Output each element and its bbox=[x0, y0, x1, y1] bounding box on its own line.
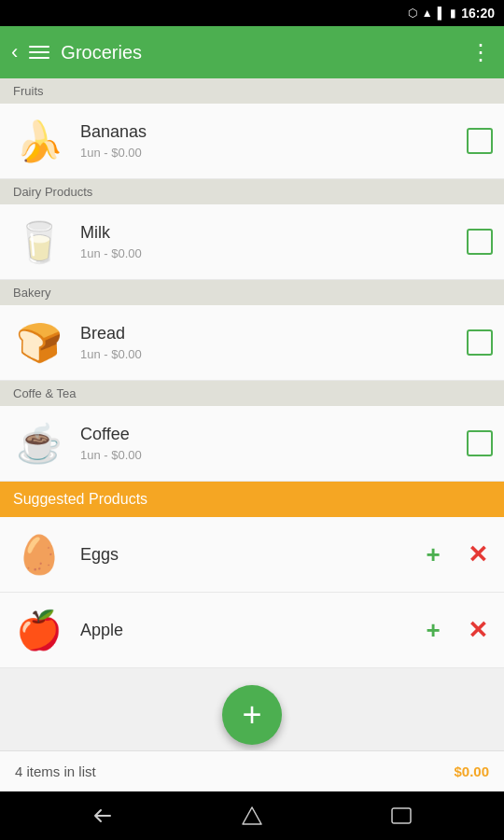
section-header-dairy: Dairy Products bbox=[0, 179, 504, 204]
nav-bar bbox=[0, 791, 504, 840]
item-qty-coffee: 1un - $0.00 bbox=[80, 448, 467, 462]
back-button[interactable]: ‹ bbox=[11, 40, 18, 64]
fab-container: + bbox=[0, 668, 504, 750]
add-apple-button[interactable]: + bbox=[418, 615, 448, 645]
nav-home-button[interactable] bbox=[241, 805, 263, 827]
suggested-header: Suggested Products bbox=[0, 482, 504, 517]
plus-icon: + bbox=[242, 698, 261, 732]
remove-eggs-button[interactable]: ✕ bbox=[463, 539, 493, 569]
menu-button[interactable] bbox=[29, 46, 49, 59]
item-image-milk: 🥛 bbox=[11, 214, 67, 270]
item-info-bananas: Bananas 1un - $0.00 bbox=[80, 122, 467, 160]
checkbox-milk[interactable] bbox=[467, 229, 493, 255]
item-name-bananas: Bananas bbox=[80, 122, 467, 142]
coffee-icon: ☕ bbox=[16, 422, 63, 466]
item-image-bread: 🍞 bbox=[11, 315, 67, 371]
svg-rect-0 bbox=[392, 808, 411, 823]
app-bar: ‹ Groceries ⋮ bbox=[0, 26, 504, 78]
remove-apple-button[interactable]: ✕ bbox=[463, 615, 493, 645]
add-eggs-button[interactable]: + bbox=[418, 539, 448, 569]
section-header-coffee: Coffe & Tea bbox=[0, 381, 504, 406]
more-options-button[interactable]: ⋮ bbox=[469, 39, 493, 65]
item-info-bread: Bread 1un - $0.00 bbox=[80, 324, 467, 361]
apple-icon: 🍎 bbox=[16, 609, 63, 652]
list-item[interactable]: ☕ Coffee 1un - $0.00 bbox=[0, 406, 504, 482]
checkbox-coffee[interactable] bbox=[467, 430, 493, 456]
item-name-bread: Bread bbox=[80, 324, 467, 343]
list-item[interactable]: 🍌 Bananas 1un - $0.00 bbox=[0, 104, 504, 179]
item-image-eggs: 🥚 bbox=[11, 526, 67, 582]
item-name-milk: Milk bbox=[80, 223, 467, 243]
item-qty-milk: 1un - $0.00 bbox=[80, 246, 467, 260]
battery-icon: ▮ bbox=[450, 7, 456, 20]
signal-icon: ▌ bbox=[438, 7, 446, 20]
item-actions-apple: + ✕ bbox=[418, 615, 493, 645]
item-info-coffee: Coffee 1un - $0.00 bbox=[80, 425, 467, 462]
nav-recent-button[interactable] bbox=[390, 806, 413, 825]
section-header-bakery: Bakery bbox=[0, 280, 504, 305]
item-info-milk: Milk 1un - $0.00 bbox=[80, 223, 467, 260]
item-qty-bananas: 1un - $0.00 bbox=[80, 146, 467, 160]
item-name-apple: Apple bbox=[80, 621, 418, 640]
banana-icon: 🍌 bbox=[15, 119, 63, 164]
checkbox-bananas[interactable] bbox=[467, 128, 493, 154]
item-image-bananas: 🍌 bbox=[11, 113, 67, 169]
status-icons: ⬡ ▲ ▌ ▮ 16:20 bbox=[408, 6, 495, 21]
item-qty-bread: 1un - $0.00 bbox=[80, 347, 467, 361]
footer: 4 items in list $0.00 bbox=[0, 750, 504, 791]
item-name-coffee: Coffee bbox=[80, 425, 467, 444]
item-image-apple: 🍎 bbox=[11, 602, 67, 658]
suggested-item: 🍎 Apple + ✕ bbox=[0, 593, 504, 668]
list-item[interactable]: 🥛 Milk 1un - $0.00 bbox=[0, 204, 504, 280]
section-header-fruits: Fruits bbox=[0, 78, 504, 104]
milk-icon: 🥛 bbox=[15, 219, 63, 265]
rotate-icon: ⬡ bbox=[408, 7, 417, 20]
content-area: Fruits 🍌 Bananas 1un - $0.00 Dairy Produ… bbox=[0, 78, 504, 750]
wifi-icon: ▲ bbox=[422, 7, 433, 20]
egg-icon: 🥚 bbox=[16, 533, 63, 577]
page-title: Groceries bbox=[61, 42, 458, 63]
nav-back-button[interactable] bbox=[91, 805, 114, 827]
list-item[interactable]: 🍞 Bread 1un - $0.00 bbox=[0, 305, 504, 381]
items-count: 4 items in list bbox=[15, 763, 96, 779]
item-name-eggs: Eggs bbox=[80, 545, 418, 565]
item-image-coffee: ☕ bbox=[11, 415, 67, 471]
item-actions-eggs: + ✕ bbox=[418, 539, 493, 569]
total-price: $0.00 bbox=[454, 763, 489, 779]
checkbox-bread[interactable] bbox=[467, 329, 493, 356]
bread-icon: 🍞 bbox=[16, 321, 63, 365]
status-time: 16:20 bbox=[461, 6, 495, 21]
status-bar: ⬡ ▲ ▌ ▮ 16:20 bbox=[0, 0, 504, 26]
add-item-fab[interactable]: + bbox=[222, 685, 282, 745]
suggested-item: 🥚 Eggs + ✕ bbox=[0, 517, 504, 593]
